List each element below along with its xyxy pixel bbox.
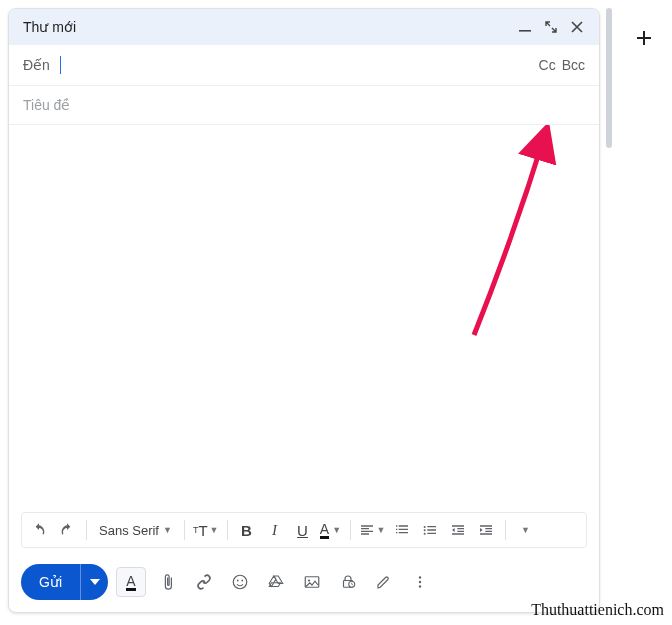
to-input[interactable] — [61, 55, 539, 75]
svg-point-9 — [419, 581, 421, 583]
annotation-arrow — [414, 125, 574, 355]
emoji-icon[interactable] — [226, 568, 254, 596]
send-button-group: Gửi — [21, 564, 108, 600]
cc-bcc-controls: Cc Bcc — [539, 57, 585, 73]
redo-icon[interactable] — [56, 517, 78, 543]
separator — [86, 520, 87, 540]
text-color-icon[interactable]: A▼ — [320, 517, 342, 543]
to-input-wrap[interactable] — [60, 55, 539, 75]
compose-title: Thư mới — [23, 19, 76, 35]
window-controls — [517, 19, 585, 35]
drive-icon[interactable] — [262, 568, 290, 596]
undo-icon[interactable] — [28, 517, 50, 543]
to-label: Đến — [23, 57, 50, 73]
indent-increase-icon[interactable] — [475, 517, 497, 543]
font-family-label: Sans Serif — [99, 523, 159, 538]
bold-icon[interactable]: B — [236, 517, 258, 543]
svg-point-2 — [237, 580, 239, 582]
numbered-list-icon[interactable] — [391, 517, 413, 543]
svg-point-10 — [419, 585, 421, 587]
cc-button[interactable]: Cc — [539, 57, 556, 73]
compose-window: Thư mới Đến Cc Bcc — [8, 8, 600, 613]
align-icon[interactable]: ▼ — [359, 517, 386, 543]
font-family-select[interactable]: Sans Serif ▼ — [95, 523, 176, 538]
svg-point-1 — [233, 575, 247, 589]
separator — [505, 520, 506, 540]
bottom-bar: Gửi A — [9, 556, 599, 612]
send-button[interactable]: Gửi — [21, 564, 80, 600]
close-icon[interactable] — [569, 19, 585, 35]
recipients-row: Đến Cc Bcc — [9, 45, 599, 86]
italic-icon[interactable]: I — [264, 517, 286, 543]
signature-icon[interactable] — [370, 568, 398, 596]
underline-icon[interactable]: U — [292, 517, 314, 543]
minimize-icon[interactable] — [517, 19, 533, 35]
scrollbar-thumb[interactable] — [606, 8, 612, 148]
separator — [350, 520, 351, 540]
indent-decrease-icon[interactable] — [447, 517, 469, 543]
attach-icon[interactable] — [154, 568, 182, 596]
bcc-button[interactable]: Bcc — [562, 57, 585, 73]
message-body[interactable] — [9, 125, 599, 512]
subject-row — [9, 86, 599, 125]
separator — [227, 520, 228, 540]
plus-icon[interactable] — [634, 28, 654, 52]
compose-header: Thư mới — [9, 9, 599, 45]
separator — [184, 520, 185, 540]
format-toggle-icon[interactable]: A — [116, 567, 146, 597]
confidential-icon[interactable] — [334, 568, 362, 596]
svg-rect-0 — [519, 30, 531, 32]
chevron-down-icon: ▼ — [163, 525, 172, 535]
send-options-button[interactable] — [80, 564, 108, 600]
svg-point-3 — [241, 580, 243, 582]
expand-icon[interactable] — [543, 19, 559, 35]
overflow-icon[interactable] — [406, 568, 434, 596]
link-icon[interactable] — [190, 568, 218, 596]
svg-point-8 — [419, 576, 421, 578]
image-icon[interactable] — [298, 568, 326, 596]
more-icon[interactable]: ▼ — [514, 517, 536, 543]
svg-point-5 — [308, 579, 310, 581]
watermark-text: Thuthuattienich.com — [531, 601, 664, 619]
formatting-toolbar: Sans Serif ▼ TT▼ B I U A▼ ▼ ▼ — [21, 512, 587, 548]
subject-input[interactable] — [23, 97, 585, 113]
bulleted-list-icon[interactable] — [419, 517, 441, 543]
font-size-icon[interactable]: TT▼ — [193, 517, 219, 543]
